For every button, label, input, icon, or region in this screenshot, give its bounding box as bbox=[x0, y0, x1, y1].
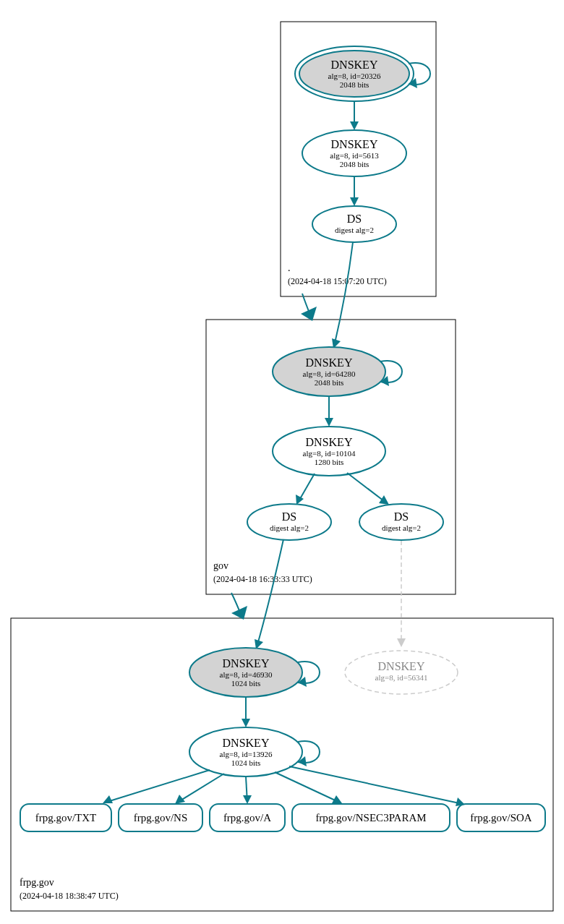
svg-marker-14 bbox=[350, 197, 359, 206]
zone-title-gov: gov bbox=[213, 560, 228, 571]
node-root-zsk: DNSKEY alg=8, id=5613 2048 bits bbox=[302, 130, 406, 176]
svg-text:DS: DS bbox=[282, 510, 296, 523]
svg-marker-33 bbox=[296, 495, 304, 505]
edge-rootds-govksk bbox=[334, 242, 353, 346]
node-rr-a: frpg.gov/A bbox=[210, 804, 285, 831]
svg-text:frpg.gov/TXT: frpg.gov/TXT bbox=[35, 812, 97, 824]
svg-text:alg=8, id=20326: alg=8, id=20326 bbox=[328, 72, 381, 80]
svg-marker-62 bbox=[103, 795, 113, 803]
svg-text:frpg.gov/A: frpg.gov/A bbox=[223, 812, 271, 824]
svg-text:alg=8, id=13926: alg=8, id=13926 bbox=[220, 750, 273, 758]
node-frpg-ksk: DNSKEY alg=8, id=46930 1024 bits bbox=[189, 648, 302, 697]
svg-text:1280 bits: 1280 bits bbox=[315, 458, 344, 466]
node-rr-ns: frpg.gov/NS bbox=[119, 804, 202, 831]
node-frpg-zsk: DNSKEY alg=8, id=13926 1024 bits bbox=[189, 727, 302, 777]
svg-text:DNSKEY: DNSKEY bbox=[306, 436, 353, 448]
svg-text:DNSKEY: DNSKEY bbox=[378, 660, 425, 672]
dnssec-chain-diagram: . (2024-04-18 15:07:20 UTC) gov (2024-04… bbox=[0, 0, 564, 924]
svg-text:alg=8, id=56341: alg=8, id=56341 bbox=[375, 673, 428, 682]
svg-marker-51 bbox=[242, 719, 250, 727]
svg-marker-37 bbox=[397, 638, 406, 647]
node-gov-zsk: DNSKEY alg=8, id=10104 1280 bits bbox=[273, 427, 385, 476]
node-root-ksk: DNSKEY alg=8, id=20326 2048 bits bbox=[295, 46, 414, 101]
svg-text:2048 bits: 2048 bits bbox=[315, 378, 344, 387]
svg-marker-26 bbox=[325, 418, 333, 427]
svg-text:DS: DS bbox=[394, 510, 409, 523]
svg-text:1024 bits: 1024 bits bbox=[231, 758, 261, 767]
zone-timestamp-frpg: (2024-04-18 18:38:47 UTC) bbox=[20, 891, 119, 901]
svg-text:frpg.gov/NSEC3PARAM: frpg.gov/NSEC3PARAM bbox=[315, 812, 426, 824]
zone-timestamp-root: (2024-04-18 15:07:20 UTC) bbox=[288, 276, 387, 286]
edge-frpgzsk-nsec3 bbox=[275, 772, 340, 803]
svg-text:digest alg=2: digest alg=2 bbox=[382, 523, 421, 532]
svg-marker-64 bbox=[243, 795, 252, 804]
svg-text:DNSKEY: DNSKEY bbox=[223, 657, 270, 670]
svg-text:2048 bits: 2048 bits bbox=[340, 160, 369, 168]
node-rr-txt: frpg.gov/TXT bbox=[20, 804, 111, 831]
svg-text:DNSKEY: DNSKEY bbox=[331, 59, 378, 71]
svg-text:alg=8, id=10104: alg=8, id=10104 bbox=[303, 449, 356, 458]
edge-govdsleft-frpgksk bbox=[257, 539, 283, 647]
svg-text:alg=8, id=5613: alg=8, id=5613 bbox=[330, 151, 379, 160]
zone-title-root: . bbox=[288, 262, 291, 273]
zone-title-frpg: frpg.gov bbox=[20, 877, 54, 888]
zone-timestamp-gov: (2024-04-18 16:33:33 UTC) bbox=[213, 574, 312, 584]
svg-text:2048 bits: 2048 bits bbox=[340, 80, 369, 89]
svg-text:frpg.gov/NS: frpg.gov/NS bbox=[134, 812, 188, 824]
svg-marker-10 bbox=[350, 121, 359, 130]
svg-text:digest alg=2: digest alg=2 bbox=[335, 226, 374, 234]
node-gov-ds-left: DS digest alg=2 bbox=[247, 504, 331, 540]
svg-marker-66 bbox=[456, 797, 465, 806]
edge-govzsk-dsright bbox=[347, 473, 387, 503]
svg-text:DS: DS bbox=[347, 213, 362, 225]
svg-marker-15 bbox=[301, 307, 317, 321]
edge-frpgzsk-soa bbox=[289, 766, 463, 804]
node-root-ds: DS digest alg=2 bbox=[312, 206, 396, 242]
svg-marker-34 bbox=[379, 495, 389, 505]
edge-frpgzsk-txt bbox=[105, 770, 210, 803]
svg-marker-35 bbox=[231, 606, 247, 620]
node-gov-ds-right: DS digest alg=2 bbox=[359, 504, 443, 540]
node-rr-nsec3param: frpg.gov/NSEC3PARAM bbox=[292, 804, 450, 831]
svg-text:digest alg=2: digest alg=2 bbox=[270, 523, 309, 532]
node-rr-soa: frpg.gov/SOA bbox=[457, 804, 545, 831]
svg-text:DNSKEY: DNSKEY bbox=[223, 737, 270, 749]
svg-text:alg=8, id=64280: alg=8, id=64280 bbox=[303, 369, 356, 378]
svg-point-43 bbox=[345, 651, 458, 694]
svg-text:DNSKEY: DNSKEY bbox=[306, 356, 353, 369]
svg-text:frpg.gov/SOA: frpg.gov/SOA bbox=[470, 812, 532, 824]
svg-text:1024 bits: 1024 bits bbox=[231, 679, 261, 688]
svg-text:DNSKEY: DNSKEY bbox=[331, 138, 378, 150]
node-frpg-missing-key: DNSKEY alg=8, id=56341 bbox=[345, 651, 458, 694]
node-gov-ksk: DNSKEY alg=8, id=64280 2048 bits bbox=[273, 347, 385, 396]
svg-text:alg=8, id=46930: alg=8, id=46930 bbox=[220, 670, 273, 679]
